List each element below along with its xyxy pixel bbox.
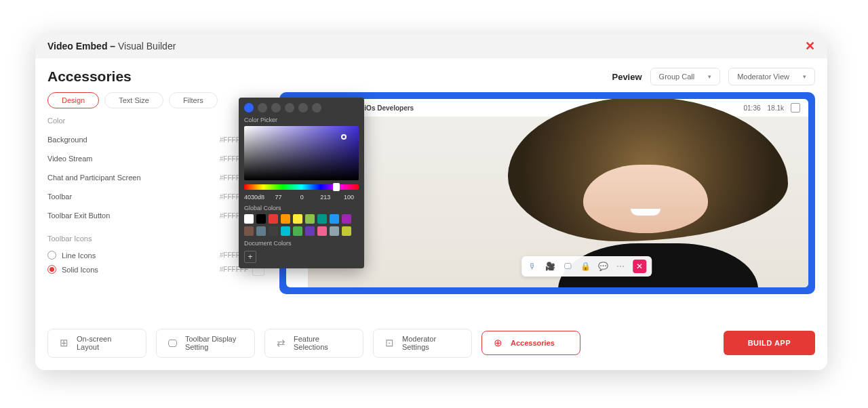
picker-preset-icon[interactable] [285,103,294,113]
mic-icon[interactable]: 🎙 [527,262,538,271]
build-app-button[interactable]: BUILD APP [724,331,815,355]
app-frame: Video Embed – Visual Builder ✕ Accessori… [35,34,827,370]
palette-swatch[interactable] [342,226,351,236]
hue-handle[interactable] [333,183,340,191]
color-picker-popover[interactable]: Color Picker 4030d8 77 0 213 100 Global … [239,98,364,268]
palette-swatch[interactable] [269,214,278,224]
color-values: 4030d8 77 0 213 100 [244,194,359,201]
tab-text-size[interactable]: Text Size [104,92,163,108]
palette-swatch[interactable] [317,214,327,224]
end-call-button[interactable]: ✕ [633,260,646,273]
screen-share-icon[interactable]: 🖵 [562,262,573,271]
palette-swatch[interactable] [305,214,315,224]
radio-line-icons[interactable]: Line Icons [47,248,216,262]
color-row-toolbar: Toolbar #FFFFFF [47,187,264,206]
accessories-icon: ⊕ [492,337,504,349]
nav-accessories[interactable]: ⊕ Accessories [481,331,580,355]
moderator-icon: ⊡ [383,337,395,349]
meeting-timer: 01:36 [744,104,761,112]
palette-swatch[interactable] [281,226,290,236]
picker-preset-icon[interactable] [312,103,321,113]
swatch-grid [244,214,359,236]
color-row-chat: Chat and Participant Screen #FFFFFF [47,168,264,187]
radio-icon [47,265,56,274]
nav-toolbar-display[interactable]: 🖵 Toolbar DisplaySetting [156,329,255,358]
display-icon: 🖵 [166,337,178,349]
chevron-down-icon: ▾ [803,73,806,80]
video-stream: 🎙 🎥 🖵 🔒 💬 ⋯ ✕ [308,117,808,287]
close-icon[interactable]: ✕ [805,39,815,54]
chevron-down-icon: ▾ [708,73,711,80]
fullscreen-icon[interactable] [791,103,800,113]
picker-preset-icon[interactable] [244,103,254,113]
view-select[interactable]: Moderator View▾ [728,68,815,85]
palette-swatch[interactable] [256,226,266,236]
preview-label: Peview [612,72,642,82]
picker-preset-icon[interactable] [258,103,267,113]
palette-swatch[interactable] [269,226,278,236]
meeting-count: 18.1k [768,104,784,112]
nav-onscreen-layout[interactable]: ⊞ On-screenLayout [47,329,146,358]
palette-swatch[interactable] [342,214,351,224]
palette-swatch[interactable] [256,214,266,224]
palette-swatch[interactable] [244,226,254,236]
palette-swatch[interactable] [293,226,302,236]
picker-preset-icon[interactable] [298,103,308,113]
color-row-video-stream: Video Stream #FFFFFF [47,149,264,168]
camera-icon[interactable]: 🎥 [545,262,555,271]
chat-toggle-icon[interactable]: 💬 [597,262,608,271]
nav-feature-selections[interactable]: ⇄ FeatureSelections [264,329,363,358]
call-type-select[interactable]: Group Call▾ [650,68,721,85]
color-row-exit-button: Toolbar Exit Button #FFFFFF [47,206,264,225]
page-title: Accessories [47,68,132,85]
more-icon[interactable]: ⋯ [615,262,626,271]
color-group-title: Color [47,117,264,125]
radio-solid-icons[interactable]: Solid Icons [47,262,216,277]
app-title: Video Embed – Visual Builder [47,41,176,52]
tab-design[interactable]: Design [47,92,99,108]
palette-swatch[interactable] [305,226,315,236]
features-icon: ⇄ [275,337,287,349]
lock-icon[interactable]: 🔒 [580,262,591,271]
add-color-button[interactable]: + [244,251,256,263]
palette-swatch[interactable] [317,226,327,236]
tab-filters[interactable]: Filters [169,92,218,108]
title-bar: Video Embed – Visual Builder ✕ [35,34,827,58]
palette-swatch[interactable] [244,214,254,224]
saturation-value-field[interactable] [244,126,359,180]
sidebar: Design Text Size Filters Color Backgroun… [47,92,264,294]
sv-handle[interactable] [341,134,347,140]
radio-icon [47,251,56,260]
palette-swatch[interactable] [330,226,339,236]
palette-swatch[interactable] [281,214,290,224]
picker-preset-icon[interactable] [271,103,281,113]
icons-group-title: Toolbar Icons [47,234,264,243]
layout-icon: ⊞ [58,337,70,349]
palette-swatch[interactable] [330,214,339,224]
page-header: Accessories Peview Group Call▾ Moderator… [35,58,827,92]
nav-moderator-settings[interactable]: ⊡ ModeratorSettings [373,329,472,358]
color-row-background: Background #FFFFFF [47,130,264,149]
palette-swatch[interactable] [293,214,302,224]
hue-slider[interactable] [244,184,359,190]
call-controls: 🎙 🎥 🖵 🔒 💬 ⋯ ✕ [521,256,652,277]
bottom-nav: ⊞ On-screenLayout 🖵 Toolbar DisplaySetti… [35,318,827,370]
